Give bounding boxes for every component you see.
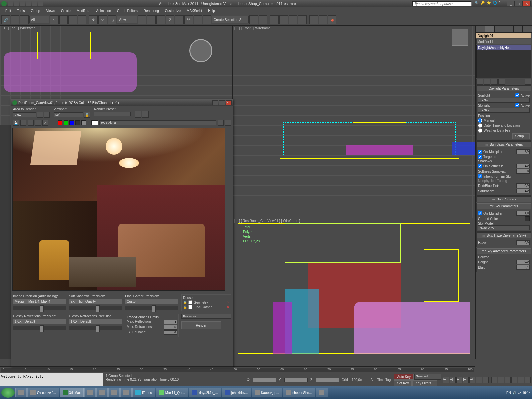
nav-zoom-all-icon[interactable]	[511, 377, 517, 383]
viewcube[interactable]	[452, 29, 468, 46]
menu-group[interactable]: Group	[28, 8, 43, 13]
stack-item[interactable]: DaylightAssemblyHead	[477, 45, 531, 50]
close-button[interactable]: ✕	[523, 1, 531, 6]
skylight-type-dropdown[interactable]: mr Sky	[478, 108, 530, 113]
tab-utilities[interactable]	[523, 25, 532, 33]
menu-maxscript[interactable]: MAXScript	[184, 8, 205, 13]
qat-open-icon[interactable]	[14, 1, 19, 6]
tab-motion[interactable]	[504, 25, 513, 33]
toggle-ui-icon[interactable]	[225, 120, 231, 126]
scale-icon[interactable]: ⬚	[108, 15, 116, 24]
rendered-frame-icon[interactable]	[319, 15, 327, 24]
softness-spinner[interactable]: 1,0	[516, 164, 530, 168]
key-mode-icon[interactable]	[476, 377, 482, 383]
viewport-camera-label[interactable]: [ + ] [ RestRoom_CamView01 ] [ Wireframe…	[234, 219, 300, 223]
nav-maximize-icon[interactable]	[525, 377, 531, 383]
nav-pan-icon[interactable]	[491, 377, 497, 383]
position-datetime-radio[interactable]	[478, 123, 482, 128]
glossy-refr-slider[interactable]	[69, 326, 122, 330]
key-mode-dropdown[interactable]: Selected	[414, 374, 441, 380]
remove-modifier-icon[interactable]	[498, 79, 505, 85]
render-minimize-button[interactable]	[212, 100, 218, 105]
prev-frame-icon[interactable]: ◀	[450, 377, 456, 383]
rollout-advanced[interactable]: mr Sky Advanced Parameters	[477, 248, 531, 254]
menu-views[interactable]: Views	[43, 8, 58, 13]
ref-coord-dropdown[interactable]: View	[117, 16, 137, 23]
taskbar-item[interactable]: Maya2k1x_...	[189, 388, 221, 397]
render-window-titlebar[interactable]: RestRoom_CamView01, frame 0, RGBA Color …	[11, 99, 233, 106]
mrsun-multiplier-spinner[interactable]: 1,0	[516, 149, 530, 154]
nav-fov-icon[interactable]	[505, 377, 511, 383]
help-icon[interactable]: ?	[499, 1, 504, 6]
object-name-field[interactable]: Daylight01	[476, 33, 531, 38]
image-precision-slider[interactable]	[13, 306, 66, 310]
edit-named-sel-icon[interactable]	[203, 15, 211, 24]
channel-green[interactable]	[64, 120, 68, 125]
snap-2d-icon[interactable]: 2	[166, 15, 174, 24]
menu-help[interactable]: Help	[205, 8, 218, 13]
coord-z-input[interactable]	[316, 378, 339, 382]
binoculars-icon[interactable]: 🔍	[475, 1, 480, 6]
angle-snap-icon[interactable]	[175, 15, 184, 24]
saturation-spinner[interactable]: 1,0	[516, 189, 530, 193]
taskbar-item[interactable]	[316, 388, 328, 397]
tab-modify[interactable]	[485, 25, 494, 33]
inherit-checkbox[interactable]	[478, 174, 482, 178]
rollout-mrsun[interactable]: mr Sun Basic Parameters	[477, 142, 531, 147]
rollout-daylight[interactable]: Daylight Parameters	[477, 86, 531, 91]
viewport-select-dropdown[interactable]: Left	[54, 112, 83, 117]
key-icon[interactable]: 🔑	[481, 1, 486, 6]
mrsky-on-checkbox[interactable]	[478, 211, 482, 215]
delete-icon[interactable]: ✕	[227, 301, 229, 304]
viewport-top-label[interactable]: [ + ] [ Top ] [ Wireframe ]	[2, 26, 37, 30]
toggle-overlay-icon[interactable]	[218, 120, 224, 126]
spinner-snap-icon[interactable]	[194, 15, 202, 24]
start-button[interactable]	[1, 388, 15, 398]
viewport-front-label[interactable]: [ + ] [ Front ] [ Wireframe ]	[234, 26, 272, 30]
select-name-icon[interactable]	[59, 15, 68, 24]
layers-icon[interactable]	[270, 15, 279, 24]
render-button[interactable]: Render	[181, 321, 221, 329]
globe-icon[interactable]: 🌐	[493, 1, 498, 6]
print-icon[interactable]	[35, 120, 41, 126]
save-image-icon[interactable]: 💾	[13, 120, 19, 126]
pin-stack-icon[interactable]	[476, 79, 483, 85]
nav-zoom-icon[interactable]	[498, 377, 504, 383]
play-icon[interactable]: ▶	[456, 377, 462, 383]
manipulate-icon[interactable]	[147, 15, 156, 24]
render-preset-dropdown[interactable]: -------------------	[94, 112, 131, 116]
render-setup-icon[interactable]	[309, 15, 318, 24]
link-icon[interactable]: 🔗	[1, 15, 10, 24]
ground-color-swatch[interactable]	[525, 216, 530, 221]
mrsun-on-checkbox[interactable]	[478, 150, 482, 154]
schematic-icon[interactable]	[289, 15, 297, 24]
selection-filter-dropdown[interactable]: All	[29, 16, 49, 23]
taskbar-item[interactable]: От серии "...	[27, 388, 59, 397]
qat-undo-icon[interactable]	[26, 1, 31, 6]
keyfilters-button[interactable]: Key Filters...	[412, 380, 437, 386]
sky-model-dropdown[interactable]: Haze Driven	[478, 225, 530, 230]
menu-customize[interactable]: Customize	[162, 8, 183, 13]
reuse-fg-checkbox[interactable]	[188, 305, 192, 309]
edit-region-icon[interactable]	[37, 112, 43, 118]
app-icon[interactable]	[1, 1, 7, 6]
final-gather-slider[interactable]	[125, 306, 178, 310]
environment-icon[interactable]	[142, 111, 149, 118]
menu-grapheditors[interactable]: Graph Editors	[114, 8, 140, 13]
show-end-result-icon[interactable]	[484, 79, 490, 85]
viewport-front[interactable]: [ + ] [ Front ] [ Wireframe ]	[233, 25, 475, 218]
position-manual-radio[interactable]	[478, 118, 482, 123]
redblue-spinner[interactable]: 0,0	[516, 183, 530, 188]
viewport-camera[interactable]: [ + ] [ RestRoom_CamView01 ] [ Wireframe…	[233, 218, 475, 359]
taskbar-item[interactable]: [chekhlov...	[222, 388, 251, 397]
delete-icon[interactable]: ✕	[227, 305, 229, 309]
unlink-icon[interactable]	[11, 15, 19, 24]
menu-edit[interactable]: Edit	[3, 8, 14, 13]
horizon-blur-spinner[interactable]: 0,1	[516, 265, 530, 270]
qat-link-icon[interactable]	[38, 1, 43, 6]
glossy-refl-slider[interactable]	[13, 326, 66, 330]
coord-x-input[interactable]	[253, 378, 276, 382]
tab-display[interactable]	[513, 25, 523, 33]
channel-dropdown[interactable]: RGB Alpha	[99, 120, 216, 125]
autokey-button[interactable]: Auto Key	[394, 374, 414, 380]
